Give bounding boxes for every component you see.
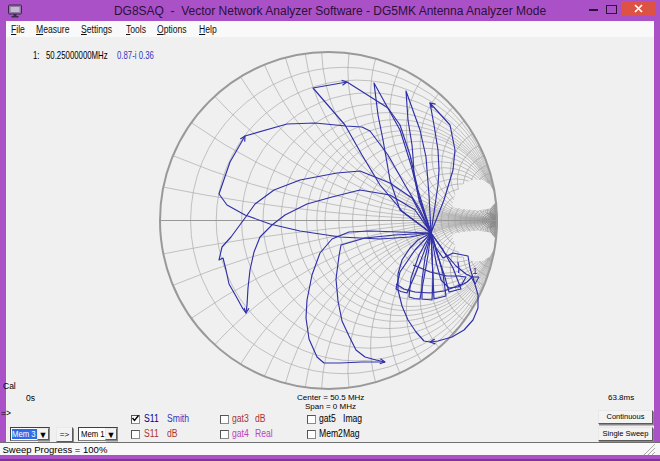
svg-text:1: 1 bbox=[472, 266, 477, 276]
